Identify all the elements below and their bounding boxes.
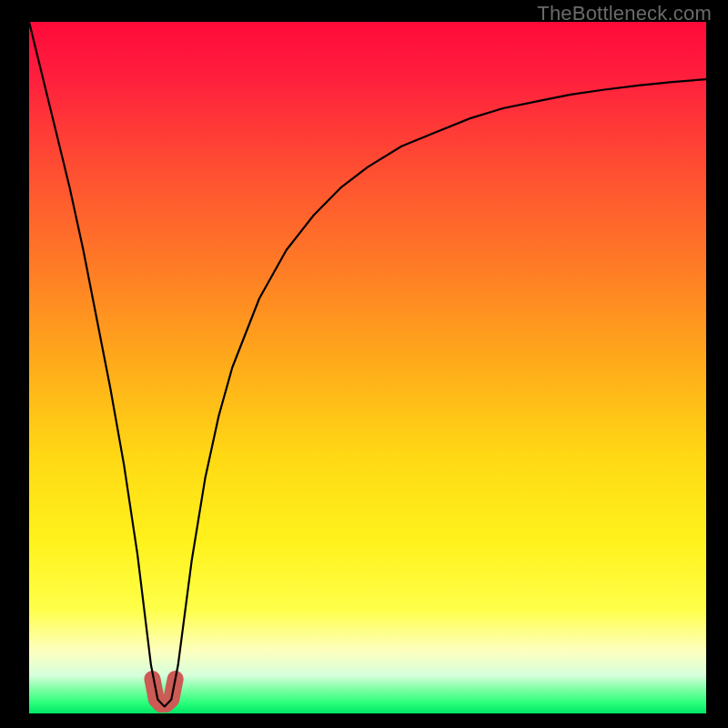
chart-frame: TheBottleneck.com [0,0,728,728]
watermark-text: TheBottleneck.com [537,2,712,25]
plot-area [29,22,706,713]
chart-svg [29,22,706,713]
gradient-background [29,22,706,713]
